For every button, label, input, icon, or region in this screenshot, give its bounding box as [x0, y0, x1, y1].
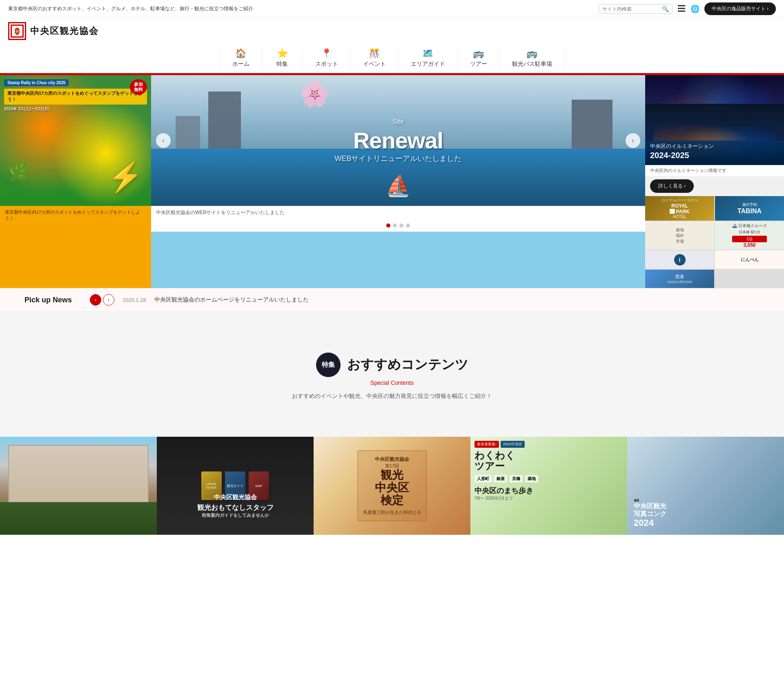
- kentei-kanji-1: 観光: [363, 469, 421, 482]
- card-staff-title: 中央区観光協会: [161, 494, 310, 501]
- wakuwaku-subtitle: 中央区のまち歩き 7/6〜 2025年1月まで: [474, 486, 623, 501]
- hero-left-panel[interactable]: Stamp Rally in Chuo city 2025 東京都中央区内17カ…: [0, 75, 151, 288]
- hero-left-caption: 東京都中央区内17カ所のスポットをめぐってスタンプをゲットしよう！: [0, 206, 151, 225]
- carousel-dots: [151, 219, 645, 232]
- section-spacer: [0, 312, 784, 336]
- building-facade: [8, 445, 149, 510]
- shop-button[interactable]: 中央区の逸品販売サイト: [704, 2, 776, 15]
- svg-text:🏮: 🏮: [13, 27, 21, 35]
- nav-item-area[interactable]: 🗺️ エリアガイド: [399, 44, 458, 73]
- pikachu-icon: ⚡: [107, 160, 143, 194]
- content-card-kentei[interactable]: 中央区観光協会 第17回 観光 中央区 検定 蔦屋重三郎が生きた時代と今: [314, 437, 470, 535]
- logo-icon: 🏮: [8, 22, 26, 40]
- pickup-news-date: 2025.1.28: [122, 297, 146, 303]
- site-title: 中央区観光協会: [30, 25, 99, 37]
- cherry-blossom: 🌸: [299, 79, 330, 108]
- renewal-site-label: Site: [334, 118, 461, 125]
- illumination-more-button[interactable]: 詳しく見る: [650, 179, 694, 193]
- stamp-badge: Stamp Rally in Chuo city 2025: [4, 79, 69, 86]
- ads-grid: ロイヤルパークホテル ROYAL 🅿 PARK HOTEL 旅行予約 TABIN…: [645, 196, 784, 288]
- nav-item-event[interactable]: 🎊 イベント: [351, 44, 399, 73]
- nav-item-spot[interactable]: 📍 スポット: [303, 44, 351, 73]
- hero-right-panel: 中央区のイルミネーション 2024-2025 中央区内のイルミネーション情報です…: [645, 75, 784, 288]
- photo-year: 2024: [634, 518, 654, 528]
- stamp-title: 東京都中央区内17カ所のスポットをめぐってスタンプをゲットしよう！: [4, 89, 147, 105]
- card-staff-subtitle: 観光おもてなしスタッフ: [161, 503, 310, 512]
- kentei-line1: 中央区観光協会: [363, 456, 421, 463]
- card-building-image: [0, 437, 157, 535]
- nav-label-tour: ツアー: [470, 60, 487, 68]
- search-input[interactable]: [602, 6, 659, 12]
- stamp-date: 2025年 2/1(土)〜3/31(月): [4, 106, 50, 112]
- ad-haze[interactable]: 濱漆 HAMAURUSHI: [645, 270, 714, 288]
- pickup-news-bar: Pick up News ‹ › 2025.1.28 中央区観光協会のホームペー…: [0, 288, 784, 312]
- nav-label-bus: 観光バス駐車場: [512, 60, 552, 68]
- nav-item-bus[interactable]: 🚌 観光バス駐車場: [500, 44, 565, 73]
- featured-badge: 特集: [316, 353, 341, 377]
- nav-label-tokushu: 特集: [276, 60, 288, 68]
- nav-item-tokushu[interactable]: ⭐ 特集: [262, 44, 303, 73]
- carousel-dot-4[interactable]: [406, 223, 410, 228]
- event-icon: 🎊: [369, 48, 380, 59]
- wakuwaku-walk-text: 中央区のまち歩き: [474, 486, 623, 496]
- hamburger-menu-button[interactable]: ☰: [677, 3, 686, 14]
- ad-nanbei[interactable]: にんべん: [715, 250, 784, 269]
- wakuwaku-areas: 人形町 銀座 京橋 築地: [474, 475, 623, 482]
- hero-section: Stamp Rally in Chuo city 2025 東京都中央区内17カ…: [0, 75, 784, 288]
- featured-description: おすすめのイベントや観光、中央区の魅力発見に役立つ情報を幅広くご紹介！: [0, 393, 784, 400]
- nav-label-event: イベント: [363, 60, 386, 68]
- area-kyobashi: 京橋: [510, 475, 523, 482]
- content-card-staff[interactable]: LOCAL GUIDE 観光ガイド MAP 中央区観光協会 観光おもてなしスタッ…: [157, 437, 314, 535]
- ad-royal-park[interactable]: ロイヤルパークホテル ROYAL 🅿 PARK HOTEL: [645, 196, 714, 221]
- carousel-next-button[interactable]: ›: [626, 133, 640, 148]
- area-icon: 🗺️: [422, 48, 433, 59]
- tour-icon: 🚌: [473, 48, 484, 59]
- photo-camera-icon: 📷: [634, 497, 639, 502]
- pickup-prev-button[interactable]: ‹: [90, 294, 101, 306]
- carousel-dot-1[interactable]: [386, 223, 390, 228]
- pickup-news-navigation: ‹ ›: [90, 294, 114, 306]
- photo-title: 中央区観光写真コンク: [634, 502, 666, 518]
- carousel-dot-3[interactable]: [399, 223, 403, 228]
- wakuwaku-title: わくわくツアー: [474, 450, 623, 472]
- wakuwaku-badges: 参加者募集! 2024中央区: [474, 441, 623, 448]
- featured-section: 特集 おすすめコンテンツ Special Contents おすすめのイベントや…: [0, 336, 784, 437]
- tokushu-icon: ⭐: [277, 48, 288, 59]
- spot-icon: 📍: [321, 48, 332, 59]
- content-card-building[interactable]: [0, 437, 157, 535]
- illumination-year: 2024-2025: [650, 151, 714, 160]
- renewal-subtitle: WEBサイトリニューアルいたしました: [334, 154, 461, 163]
- wakuwaku-date: 7/6〜 2025年1月まで: [474, 496, 623, 501]
- card-staff-text: 中央区観光協会 観光おもてなしスタッフ 街角案内ガイドをしてみませんか: [157, 494, 314, 518]
- carousel-prev-button[interactable]: ‹: [156, 133, 171, 148]
- illumination-label: 中央区のイルミネーション: [650, 143, 714, 150]
- site-header: 🏮 中央区観光協会 🏠 ホーム ⭐ 特集 📍 スポット 🎊 イベント 🗺️ エリ…: [0, 18, 784, 73]
- illumination-text: 中央区のイルミネーション 2024-2025: [650, 143, 714, 160]
- content-card-wakuwaku[interactable]: 参加者募集! 2024中央区 わくわくツアー 人形町 銀座 京橋 築地 中央区の…: [470, 437, 627, 535]
- search-button[interactable]: 🔍: [662, 6, 669, 12]
- nav-item-tour[interactable]: 🚌 ツアー: [458, 44, 500, 73]
- featured-subtitle: Special Contents: [0, 380, 784, 386]
- ground-green: [0, 502, 157, 535]
- pickup-next-button[interactable]: ›: [103, 294, 114, 306]
- illumination-panel[interactable]: 中央区のイルミネーション 2024-2025: [645, 75, 784, 165]
- free-badge: 参加無料: [130, 79, 147, 95]
- ad-nihon-cruise[interactable]: 🚢 日本橋クルーズ 日本橋 駅1分 1泊 3,050: [715, 221, 784, 250]
- ad-tabina[interactable]: 旅行予約 TABINA: [715, 196, 784, 221]
- carousel-dot-2[interactable]: [393, 223, 397, 228]
- nav-label-area: エリアガイド: [411, 60, 445, 68]
- kentei-kanji-3: 検定: [363, 494, 421, 507]
- pickup-news-content[interactable]: 中央区観光協会のホームページをリニューアルいたしました: [154, 296, 309, 304]
- language-button[interactable]: 🌐: [690, 4, 699, 13]
- content-cards-row: LOCAL GUIDE 観光ガイド MAP 中央区観光協会 観光おもてなしスタッ…: [0, 437, 784, 535]
- content-card-photo[interactable]: 📷 中央区観光写真コンク 2024: [627, 437, 784, 535]
- search-box[interactable]: 🔍: [599, 4, 673, 14]
- ad-tsukiji[interactable]: 築地 場外 市場: [645, 221, 714, 250]
- nav-item-home[interactable]: 🏠 ホーム: [220, 44, 262, 73]
- home-icon: 🏠: [235, 48, 246, 59]
- main-navigation: 🏠 ホーム ⭐ 特集 📍 スポット 🎊 イベント 🗺️ エリアガイド 🚌 ツアー…: [8, 44, 776, 73]
- participant-badge: 参加者募集!: [474, 441, 499, 448]
- area-tsukiji: 築地: [525, 475, 538, 482]
- illumination-caption: 中央区内のイルミネーション情報です: [645, 165, 784, 176]
- ad-info-center[interactable]: i: [645, 250, 714, 269]
